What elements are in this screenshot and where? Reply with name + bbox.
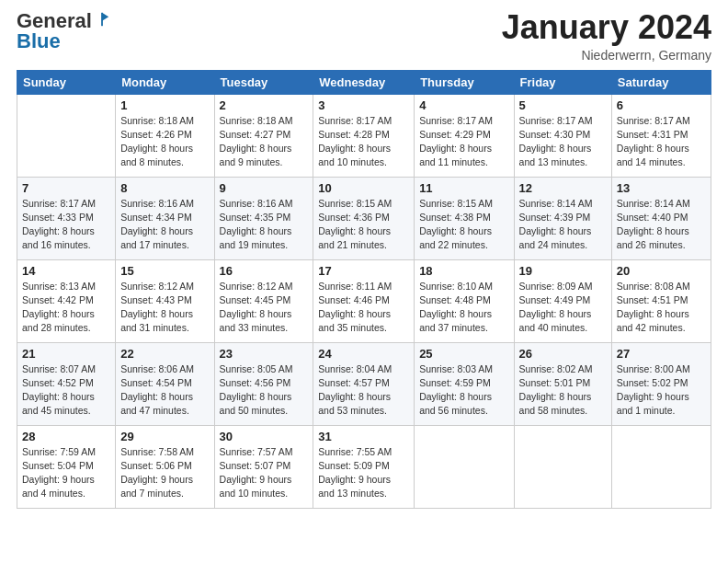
day-number: 29 <box>120 430 209 443</box>
day-number: 19 <box>519 264 607 278</box>
day-info: Sunrise: 8:10 AMSunset: 4:48 PMDaylight:… <box>419 280 508 336</box>
day-number: 28 <box>22 430 110 443</box>
table-row: 1Sunrise: 8:18 AMSunset: 4:26 PMDaylight… <box>116 94 214 177</box>
day-number: 5 <box>519 98 607 112</box>
table-row: 5Sunrise: 8:17 AMSunset: 4:30 PMDaylight… <box>514 94 611 177</box>
calendar-table: Sunday Monday Tuesday Wednesday Thursday… <box>17 70 711 509</box>
table-row: 15Sunrise: 8:12 AMSunset: 4:43 PMDayligh… <box>116 259 214 342</box>
day-info: Sunrise: 8:07 AMSunset: 4:52 PMDaylight:… <box>22 362 110 419</box>
table-row: 13Sunrise: 8:14 AMSunset: 4:40 PMDayligh… <box>611 177 711 259</box>
col-thursday: Thursday <box>415 70 514 94</box>
day-number: 7 <box>22 181 110 195</box>
day-number: 27 <box>617 347 706 361</box>
header: General Blue January 2024 Niederwerrn, G… <box>17 9 711 63</box>
table-row: 26Sunrise: 8:02 AMSunset: 5:01 PMDayligh… <box>514 342 611 425</box>
col-monday: Monday <box>116 70 214 94</box>
col-friday: Friday <box>514 70 611 94</box>
table-row: 19Sunrise: 8:09 AMSunset: 4:49 PMDayligh… <box>514 259 611 342</box>
day-number: 15 <box>120 264 209 278</box>
day-info: Sunrise: 8:13 AMSunset: 4:42 PMDaylight:… <box>22 280 110 336</box>
day-info: Sunrise: 8:02 AMSunset: 5:01 PMDaylight:… <box>519 362 607 419</box>
col-tuesday: Tuesday <box>214 70 313 94</box>
week-row-0: 1Sunrise: 8:18 AMSunset: 4:26 PMDaylight… <box>17 94 711 177</box>
col-wednesday: Wednesday <box>313 70 415 94</box>
col-saturday: Saturday <box>611 70 711 94</box>
day-info: Sunrise: 8:17 AMSunset: 4:29 PMDaylight:… <box>419 114 508 170</box>
table-row: 31Sunrise: 7:55 AMSunset: 5:09 PMDayligh… <box>313 425 415 508</box>
day-number: 6 <box>617 98 706 112</box>
day-info: Sunrise: 8:12 AMSunset: 4:45 PMDaylight:… <box>220 280 309 336</box>
day-info: Sunrise: 8:17 AMSunset: 4:31 PMDaylight:… <box>617 114 706 170</box>
week-row-2: 14Sunrise: 8:13 AMSunset: 4:42 PMDayligh… <box>17 259 711 342</box>
title-block: January 2024 Niederwerrn, Germany <box>502 9 711 63</box>
day-info: Sunrise: 8:17 AMSunset: 4:33 PMDaylight:… <box>22 197 110 253</box>
col-sunday: Sunday <box>17 70 116 94</box>
day-info: Sunrise: 8:11 AMSunset: 4:46 PMDaylight:… <box>318 280 409 336</box>
table-row: 28Sunrise: 7:59 AMSunset: 5:04 PMDayligh… <box>17 425 116 508</box>
day-number: 24 <box>318 347 409 361</box>
table-row: 21Sunrise: 8:07 AMSunset: 4:52 PMDayligh… <box>17 342 116 425</box>
day-number: 2 <box>220 98 309 112</box>
week-row-3: 21Sunrise: 8:07 AMSunset: 4:52 PMDayligh… <box>17 342 711 425</box>
table-row: 20Sunrise: 8:08 AMSunset: 4:51 PMDayligh… <box>611 259 711 342</box>
table-row: 11Sunrise: 8:15 AMSunset: 4:38 PMDayligh… <box>415 177 514 259</box>
svg-marker-0 <box>102 13 108 21</box>
table-row: 17Sunrise: 8:11 AMSunset: 4:46 PMDayligh… <box>313 259 415 342</box>
day-info: Sunrise: 8:09 AMSunset: 4:49 PMDaylight:… <box>519 280 607 336</box>
table-row: 4Sunrise: 8:17 AMSunset: 4:29 PMDaylight… <box>415 94 514 177</box>
table-row: 29Sunrise: 7:58 AMSunset: 5:06 PMDayligh… <box>116 425 214 508</box>
table-row: 7Sunrise: 8:17 AMSunset: 4:33 PMDaylight… <box>17 177 116 259</box>
day-number: 25 <box>419 347 508 361</box>
day-number: 21 <box>22 347 110 361</box>
table-row: 8Sunrise: 8:16 AMSunset: 4:34 PMDaylight… <box>116 177 214 259</box>
day-number: 16 <box>220 264 309 278</box>
day-info: Sunrise: 8:15 AMSunset: 4:38 PMDaylight:… <box>419 197 508 253</box>
table-row: 25Sunrise: 8:03 AMSunset: 4:59 PMDayligh… <box>415 342 514 425</box>
table-row: 16Sunrise: 8:12 AMSunset: 4:45 PMDayligh… <box>214 259 313 342</box>
day-info: Sunrise: 7:55 AMSunset: 5:09 PMDaylight:… <box>318 445 409 501</box>
table-row: 12Sunrise: 8:14 AMSunset: 4:39 PMDayligh… <box>514 177 611 259</box>
table-row: 18Sunrise: 8:10 AMSunset: 4:48 PMDayligh… <box>415 259 514 342</box>
day-info: Sunrise: 8:17 AMSunset: 4:30 PMDaylight:… <box>519 114 607 170</box>
day-info: Sunrise: 8:00 AMSunset: 5:02 PMDaylight:… <box>617 362 706 419</box>
day-info: Sunrise: 7:59 AMSunset: 5:04 PMDaylight:… <box>22 445 110 501</box>
header-row: Sunday Monday Tuesday Wednesday Thursday… <box>17 70 711 94</box>
day-number: 20 <box>617 264 706 278</box>
day-info: Sunrise: 8:15 AMSunset: 4:36 PMDaylight:… <box>318 197 409 253</box>
day-info: Sunrise: 7:58 AMSunset: 5:06 PMDaylight:… <box>120 445 209 501</box>
day-number: 3 <box>318 98 409 112</box>
day-info: Sunrise: 7:57 AMSunset: 5:07 PMDaylight:… <box>220 445 309 501</box>
table-row: 23Sunrise: 8:05 AMSunset: 4:56 PMDayligh… <box>214 342 313 425</box>
table-row: 24Sunrise: 8:04 AMSunset: 4:57 PMDayligh… <box>313 342 415 425</box>
table-row: 9Sunrise: 8:16 AMSunset: 4:35 PMDaylight… <box>214 177 313 259</box>
day-info: Sunrise: 8:16 AMSunset: 4:35 PMDaylight:… <box>220 197 309 253</box>
day-number: 23 <box>220 347 309 361</box>
svg-rect-1 <box>101 13 103 26</box>
day-number: 22 <box>120 347 209 361</box>
day-number: 18 <box>419 264 508 278</box>
day-number: 9 <box>220 181 309 195</box>
day-info: Sunrise: 8:16 AMSunset: 4:34 PMDaylight:… <box>120 197 209 253</box>
day-number: 11 <box>419 181 508 195</box>
day-number: 31 <box>318 430 409 443</box>
day-number: 14 <box>22 264 110 278</box>
month-title: January 2024 <box>502 9 711 46</box>
day-info: Sunrise: 8:03 AMSunset: 4:59 PMDaylight:… <box>419 362 508 419</box>
week-row-1: 7Sunrise: 8:17 AMSunset: 4:33 PMDaylight… <box>17 177 711 259</box>
logo-blue: Blue <box>17 29 61 53</box>
table-row: 3Sunrise: 8:17 AMSunset: 4:28 PMDaylight… <box>313 94 415 177</box>
day-number: 4 <box>419 98 508 112</box>
day-info: Sunrise: 8:14 AMSunset: 4:39 PMDaylight:… <box>519 197 607 253</box>
day-info: Sunrise: 8:06 AMSunset: 4:54 PMDaylight:… <box>120 362 209 419</box>
table-row <box>514 425 611 508</box>
table-row <box>611 425 711 508</box>
table-row: 14Sunrise: 8:13 AMSunset: 4:42 PMDayligh… <box>17 259 116 342</box>
location: Niederwerrn, Germany <box>502 48 711 63</box>
logo-flag-icon <box>94 11 110 28</box>
day-info: Sunrise: 8:04 AMSunset: 4:57 PMDaylight:… <box>318 362 409 419</box>
day-number: 30 <box>220 430 309 443</box>
day-info: Sunrise: 8:08 AMSunset: 4:51 PMDaylight:… <box>617 280 706 336</box>
day-number: 10 <box>318 181 409 195</box>
day-info: Sunrise: 8:17 AMSunset: 4:28 PMDaylight:… <box>318 114 409 170</box>
day-number: 12 <box>519 181 607 195</box>
